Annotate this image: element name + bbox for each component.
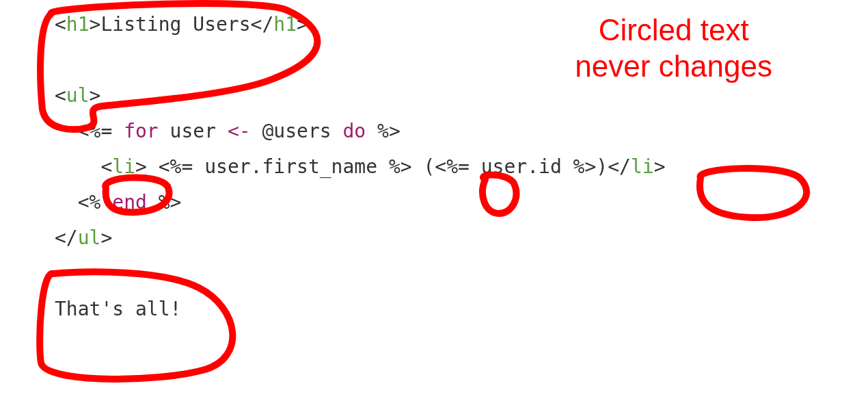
circle-paren-close-and-li-close — [700, 168, 806, 218]
code-line-6: <% end %> — [55, 191, 181, 214]
code-line-7: </ul> — [55, 227, 112, 249]
code-line-3: <ul> — [55, 84, 100, 107]
code-line-9: That's all! — [55, 298, 181, 320]
code-line-4: <%= for user <- @users do %> — [55, 120, 401, 142]
code-block: <h1>Listing Users</h1> <ul> <%= for user… — [55, 7, 666, 327]
annotation-line-2: never changes — [575, 49, 772, 85]
code-line-1: <h1>Listing Users</h1> — [55, 13, 308, 36]
code-line-5: <li> <%= user.first_name %> (<%= user.id… — [55, 155, 666, 178]
annotation-label: Circled text never changes — [575, 12, 772, 85]
annotation-line-1: Circled text — [575, 12, 772, 49]
